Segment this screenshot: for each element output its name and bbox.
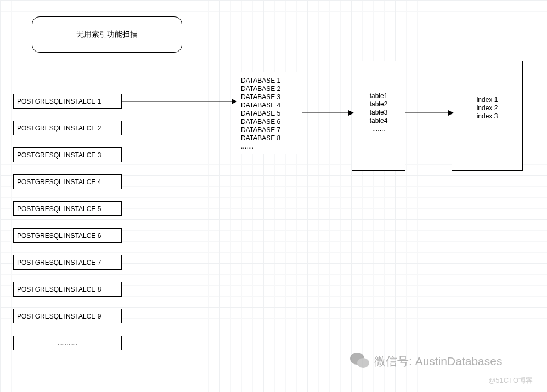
- wechat-watermark: 微信号: AustinDatabases: [349, 350, 502, 372]
- database-more: .......: [241, 143, 297, 151]
- database-item: DATABASE 3: [241, 93, 297, 101]
- diagram-title: 无用索引功能扫描: [76, 30, 138, 39]
- instance-box: POSTGRESQL INSTALCE 3: [13, 147, 122, 162]
- instance-label: POSTGRESQL INSTALCE 3: [17, 151, 101, 159]
- site-watermark: @51CTO博客: [488, 376, 533, 385]
- database-item: DATABASE 5: [241, 110, 297, 118]
- instance-label: POSTGRESQL INSTALCE 6: [17, 232, 101, 240]
- index-item: index 1: [477, 96, 498, 104]
- table-item: table4: [370, 117, 388, 125]
- instance-box: POSTGRESQL INSTALCE 7: [13, 255, 122, 270]
- index-item: index 3: [477, 112, 498, 121]
- diagram-title-box: 无用索引功能扫描: [32, 16, 182, 53]
- database-item: DATABASE 7: [241, 126, 297, 134]
- index-item: index 2: [477, 104, 498, 112]
- instance-more-box: ...........: [13, 336, 122, 350]
- instance-label: POSTGRESQL INSTALCE 7: [17, 259, 101, 266]
- database-item: DATABASE 4: [241, 101, 297, 110]
- table-item: table2: [370, 100, 388, 109]
- wechat-label: 微信号: AustinDatabases: [374, 354, 502, 369]
- instance-box: POSTGRESQL INSTALCE 2: [13, 121, 122, 135]
- instance-label: POSTGRESQL INSTALCE 9: [17, 313, 101, 320]
- database-item: DATABASE 1: [241, 77, 297, 85]
- table-item: table1: [370, 92, 388, 100]
- table-box: table1 table2 table3 table4 .......: [352, 61, 405, 171]
- instance-column: POSTGRESQL INSTALCE 1 POSTGRESQL INSTALC…: [13, 94, 122, 362]
- instance-box: POSTGRESQL INSTALCE 5: [13, 201, 122, 216]
- instance-box: POSTGRESQL INSTALCE 1: [13, 94, 122, 109]
- index-box: index 1 index 2 index 3: [452, 61, 523, 171]
- instance-label: POSTGRESQL INSTALCE 8: [17, 286, 101, 293]
- database-item: DATABASE 2: [241, 85, 297, 93]
- database-item: DATABASE 6: [241, 118, 297, 126]
- database-item: DATABASE 8: [241, 134, 297, 143]
- instance-box: POSTGRESQL INSTALCE 4: [13, 174, 122, 189]
- wechat-icon: [349, 350, 371, 372]
- instance-box: POSTGRESQL INSTALCE 8: [13, 282, 122, 297]
- instance-box: POSTGRESQL INSTALCE 9: [13, 309, 122, 323]
- instance-label: POSTGRESQL INSTALCE 2: [17, 124, 101, 132]
- instance-label: POSTGRESQL INSTALCE 5: [17, 205, 101, 213]
- table-more: .......: [372, 125, 385, 133]
- table-item: table3: [370, 109, 388, 117]
- database-box: DATABASE 1 DATABASE 2 DATABASE 3 DATABAS…: [235, 72, 302, 154]
- instance-more-label: ...........: [58, 339, 78, 347]
- instance-label: POSTGRESQL INSTALCE 1: [17, 98, 101, 105]
- instance-label: POSTGRESQL INSTALCE 4: [17, 178, 101, 186]
- instance-box: POSTGRESQL INSTALCE 6: [13, 228, 122, 243]
